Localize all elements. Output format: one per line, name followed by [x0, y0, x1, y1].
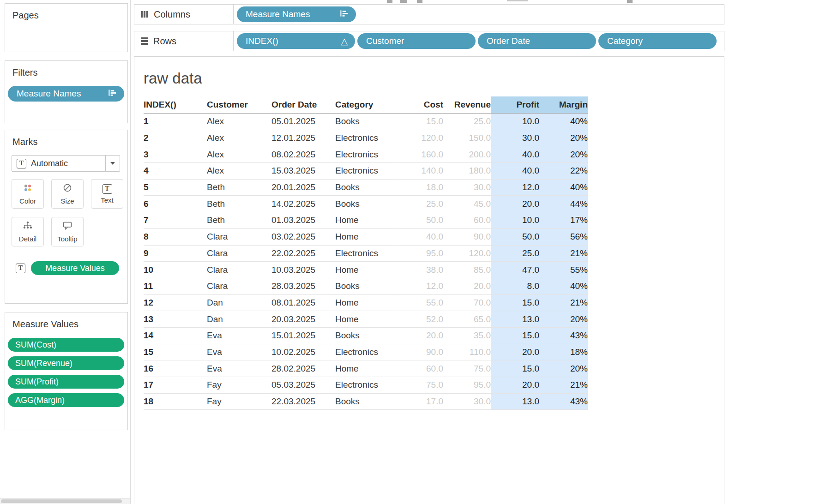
cell-customer[interactable]: Eva — [207, 344, 271, 360]
cell-margin[interactable]: 20% — [539, 311, 588, 328]
cell-customer[interactable]: Beth — [207, 212, 271, 229]
cell-profit[interactable]: 10.0 — [491, 212, 539, 229]
cell-customer[interactable]: Alex — [207, 130, 271, 146]
column-header-index[interactable]: INDEX() — [144, 96, 207, 114]
cell-order-date[interactable]: 10.03.2025 — [271, 262, 335, 278]
cell-cost[interactable]: 38.0 — [395, 262, 443, 278]
cell-profit[interactable]: 25.0 — [491, 245, 539, 262]
cell-profit[interactable]: 15.0 — [491, 294, 539, 311]
cell-customer[interactable]: Dan — [207, 294, 271, 311]
cell-margin[interactable]: 40% — [539, 278, 588, 294]
pill-sum-revenue[interactable]: SUM(Revenue) — [8, 356, 124, 370]
column-header-order-date[interactable]: Order Date — [271, 96, 335, 114]
pill-measure-names[interactable]: Measure Names — [237, 6, 356, 22]
cell-category[interactable]: Books — [335, 196, 395, 212]
cell-category[interactable]: Electronics — [335, 245, 395, 262]
cell-category[interactable]: Books — [335, 327, 395, 344]
cell-order-date[interactable]: 05.01.2025 — [271, 114, 335, 130]
cell-order-date[interactable]: 01.03.2025 — [271, 212, 335, 229]
cell-cost[interactable]: 20.0 — [395, 327, 443, 344]
cell-margin[interactable]: 18% — [539, 344, 588, 360]
cell-order-date[interactable]: 14.02.2025 — [271, 196, 335, 212]
cell-cost[interactable]: 25.0 — [395, 196, 443, 212]
cell-margin[interactable]: 17% — [539, 212, 588, 229]
cell-order-date[interactable]: 22.03.2025 — [271, 393, 335, 410]
cell-cost[interactable]: 75.0 — [395, 377, 443, 394]
cell-index[interactable]: 6 — [144, 196, 207, 212]
column-header-margin[interactable]: Margin — [539, 96, 588, 114]
cell-order-date[interactable]: 22.02.2025 — [271, 245, 335, 262]
cell-profit[interactable]: 40.0 — [491, 163, 539, 180]
cell-order-date[interactable]: 20.03.2025 — [271, 311, 335, 328]
cell-index[interactable]: 5 — [144, 179, 207, 196]
cell-cost[interactable]: 55.0 — [395, 294, 443, 311]
cell-customer[interactable]: Alex — [207, 163, 271, 180]
cell-category[interactable]: Electronics — [335, 130, 395, 146]
cell-profit[interactable]: 20.0 — [491, 344, 539, 360]
cell-index[interactable]: 17 — [144, 377, 207, 394]
text-icon[interactable]: T — [16, 264, 25, 273]
pill-sum-cost[interactable]: SUM(Cost) — [8, 338, 124, 352]
size-button[interactable]: Size — [51, 179, 84, 209]
pill-category[interactable]: Category — [598, 33, 717, 49]
cell-customer[interactable]: Alex — [207, 114, 271, 130]
cell-order-date[interactable]: 10.02.2025 — [271, 344, 335, 360]
cell-index[interactable]: 7 — [144, 212, 207, 229]
cell-category[interactable]: Electronics — [335, 146, 395, 163]
cell-cost[interactable]: 160.0 — [395, 146, 443, 163]
cell-customer[interactable]: Clara — [207, 278, 271, 294]
cell-profit[interactable]: 47.0 — [491, 262, 539, 278]
cell-index[interactable]: 2 — [144, 130, 207, 146]
cell-customer[interactable]: Fay — [207, 393, 271, 410]
cell-revenue[interactable]: 70.0 — [443, 294, 491, 311]
cell-margin[interactable]: 22% — [539, 163, 588, 180]
cell-revenue[interactable]: 150.0 — [443, 130, 491, 146]
cell-category[interactable]: Home — [335, 212, 395, 229]
cell-revenue[interactable]: 35.0 — [443, 327, 491, 344]
cell-order-date[interactable]: 15.01.2025 — [271, 327, 335, 344]
cell-order-date[interactable]: 28.03.2025 — [271, 278, 335, 294]
cell-profit[interactable]: 15.0 — [491, 327, 539, 344]
text-button[interactable]: T Text — [91, 179, 123, 209]
cell-profit[interactable]: 50.0 — [491, 228, 539, 245]
pill-order-date[interactable]: Order Date — [478, 33, 596, 49]
cell-index[interactable]: 9 — [144, 245, 207, 262]
cell-index[interactable]: 12 — [144, 294, 207, 311]
cell-index[interactable]: 4 — [144, 163, 207, 180]
cell-order-date[interactable]: 05.03.2025 — [271, 377, 335, 394]
cell-revenue[interactable]: 90.0 — [443, 228, 491, 245]
cell-customer[interactable]: Alex — [207, 146, 271, 163]
cell-margin[interactable]: 44% — [539, 196, 588, 212]
cell-revenue[interactable]: 95.0 — [443, 377, 491, 394]
cell-customer[interactable]: Clara — [207, 262, 271, 278]
cell-profit[interactable]: 30.0 — [491, 130, 539, 146]
color-button[interactable]: Color — [12, 179, 44, 209]
cell-customer[interactable]: Eva — [207, 360, 271, 377]
horizontal-scrollbar[interactable] — [0, 498, 130, 504]
cell-order-date[interactable]: 15.03.2025 — [271, 163, 335, 180]
detail-button[interactable]: Detail — [12, 217, 44, 246]
cell-revenue[interactable]: 110.0 — [443, 344, 491, 360]
cell-customer[interactable]: Clara — [207, 245, 271, 262]
cell-index[interactable]: 8 — [144, 228, 207, 245]
encoding-pill-measure-values[interactable]: Measure Values — [31, 261, 119, 275]
cell-revenue[interactable]: 120.0 — [443, 245, 491, 262]
cell-profit[interactable]: 13.0 — [491, 393, 539, 410]
cell-revenue[interactable]: 75.0 — [443, 360, 491, 377]
cell-margin[interactable]: 56% — [539, 228, 588, 245]
cell-cost[interactable]: 18.0 — [395, 179, 443, 196]
cell-index[interactable]: 14 — [144, 327, 207, 344]
column-header-customer[interactable]: Customer — [207, 96, 271, 114]
pill-sum-profit[interactable]: SUM(Profit) — [8, 375, 124, 389]
cell-margin[interactable]: 43% — [539, 393, 588, 410]
cell-customer[interactable]: Beth — [207, 179, 271, 196]
cell-cost[interactable]: 52.0 — [395, 311, 443, 328]
cell-margin[interactable]: 20% — [539, 360, 588, 377]
cell-order-date[interactable]: 28.02.2025 — [271, 360, 335, 377]
cell-category[interactable]: Books — [335, 179, 395, 196]
cell-cost[interactable]: 140.0 — [395, 163, 443, 180]
cell-revenue[interactable]: 65.0 — [443, 311, 491, 328]
cell-margin[interactable]: 43% — [539, 327, 588, 344]
cell-category[interactable]: Books — [335, 114, 395, 130]
cell-margin[interactable]: 21% — [539, 377, 588, 394]
